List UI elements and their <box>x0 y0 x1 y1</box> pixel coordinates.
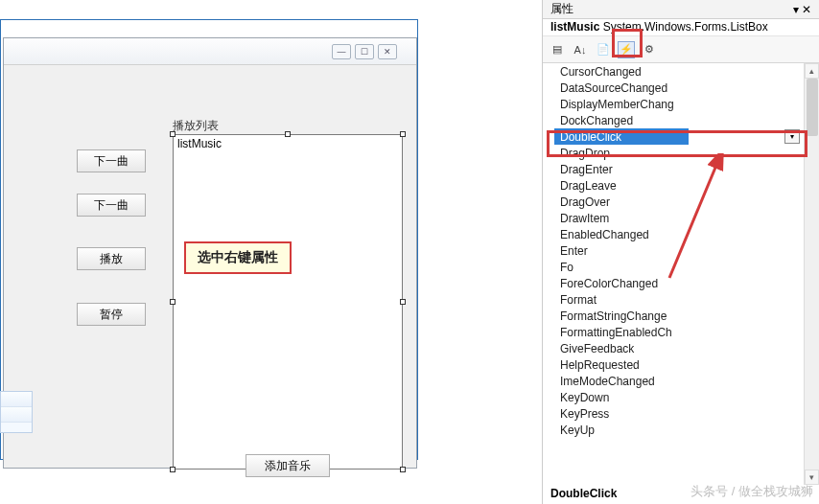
event-item[interactable]: KeyPress <box>543 405 819 422</box>
listbox-content: listMusic <box>177 137 222 150</box>
event-item[interactable]: DragOver <box>543 194 819 210</box>
tab-item[interactable] <box>1 407 32 423</box>
play-button[interactable]: 播放 <box>77 247 146 270</box>
maximize-icon[interactable]: ☐ <box>355 44 374 59</box>
minimize-icon[interactable]: — <box>332 44 351 59</box>
event-item[interactable]: DisplayMemberChang <box>543 96 819 112</box>
properties-footer: DoubleClick <box>550 487 617 500</box>
annotation-callout: 选中右键属性 <box>184 241 292 274</box>
categorized-icon[interactable]: ▤ <box>549 41 566 58</box>
pause-button[interactable]: 暂停 <box>77 303 146 326</box>
selection-handle[interactable] <box>400 299 406 305</box>
properties-toolbar: ▤ A↓ 📄 ⚡ ⚙ <box>543 36 819 63</box>
event-item[interactable]: DoubleClick <box>554 128 689 145</box>
event-item[interactable]: DrawItem <box>543 210 819 226</box>
tab-item[interactable] <box>1 392 32 407</box>
next-track-button[interactable]: 下一曲 <box>77 194 146 217</box>
event-item[interactable]: HelpRequested <box>543 356 819 373</box>
event-item[interactable]: ImeModeChanged <box>543 373 819 389</box>
object-type: System.Windows.Forms.ListBox <box>603 20 768 34</box>
event-item[interactable]: Format <box>543 291 819 308</box>
selection-handle[interactable] <box>170 299 176 305</box>
event-item[interactable]: KeyDown <box>543 389 819 405</box>
event-item[interactable]: ForeColorChanged <box>543 275 819 291</box>
event-item[interactable]: FormattingEnabledCh <box>543 324 819 340</box>
scrollbar[interactable]: ▴ ▾ <box>804 63 819 485</box>
properties-title: 属性 <box>550 1 573 17</box>
event-item[interactable]: EnabledChanged <box>543 226 819 242</box>
event-item[interactable]: DataSourceChanged <box>543 80 819 96</box>
event-item[interactable]: GiveFeedback <box>543 340 819 356</box>
event-item[interactable]: CursorChanged <box>543 63 819 80</box>
event-item[interactable]: Fo <box>543 259 819 275</box>
form-titlebar[interactable]: — ☐ ✕ <box>4 38 416 65</box>
event-item[interactable]: DragDrop <box>543 145 819 161</box>
property-pages-icon[interactable]: ⚙ <box>641 41 658 58</box>
designer-surface[interactable]: — ☐ ✕ 下一曲 下一曲 播放 暂停 播放列表 listMusic 添加音乐 <box>0 19 418 460</box>
selection-handle[interactable] <box>400 131 406 137</box>
toolbox-tabs[interactable] <box>0 391 33 433</box>
events-icon[interactable]: ⚡ <box>618 41 635 58</box>
selection-handle[interactable] <box>285 131 291 137</box>
properties-panel: 属性 ▾ ✕ listMusic System.Windows.Forms.Li… <box>542 0 819 504</box>
selection-handle[interactable] <box>170 131 176 137</box>
event-item[interactable]: DragEnter <box>543 161 819 177</box>
object-name: listMusic <box>550 20 599 34</box>
scroll-up-icon[interactable]: ▴ <box>805 63 819 79</box>
alpha-sort-icon[interactable]: A↓ <box>572 41 589 58</box>
event-item[interactable]: DockChanged <box>543 112 819 128</box>
prev-track-button[interactable]: 下一曲 <box>77 149 146 172</box>
scroll-thumb[interactable] <box>807 79 818 136</box>
add-music-button[interactable]: 添加音乐 <box>246 454 330 477</box>
selection-handle[interactable] <box>400 467 406 472</box>
event-item[interactable]: KeyUp <box>543 422 819 438</box>
watermark: 头条号 / 做全栈攻城狮 <box>690 483 813 500</box>
event-value-dropdown[interactable]: ▾ <box>784 129 800 144</box>
listmusic-listbox[interactable]: listMusic <box>173 134 403 470</box>
event-item[interactable]: Enter <box>543 242 819 259</box>
close-icon[interactable]: ✕ <box>378 44 397 59</box>
selection-handle[interactable] <box>170 467 176 472</box>
event-list[interactable]: CursorChangedDataSourceChangedDisplayMem… <box>543 63 819 466</box>
event-item[interactable]: DragLeave <box>543 177 819 194</box>
properties-titlebar[interactable]: 属性 ▾ ✕ <box>543 0 819 19</box>
event-item[interactable]: FormatStringChange <box>543 308 819 324</box>
properties-header: listMusic System.Windows.Forms.ListBox <box>543 19 819 36</box>
playlist-label: 播放列表 <box>173 118 219 134</box>
pin-icon[interactable]: ▾ ✕ <box>793 3 811 16</box>
properties-icon[interactable]: 📄 <box>595 41 612 58</box>
